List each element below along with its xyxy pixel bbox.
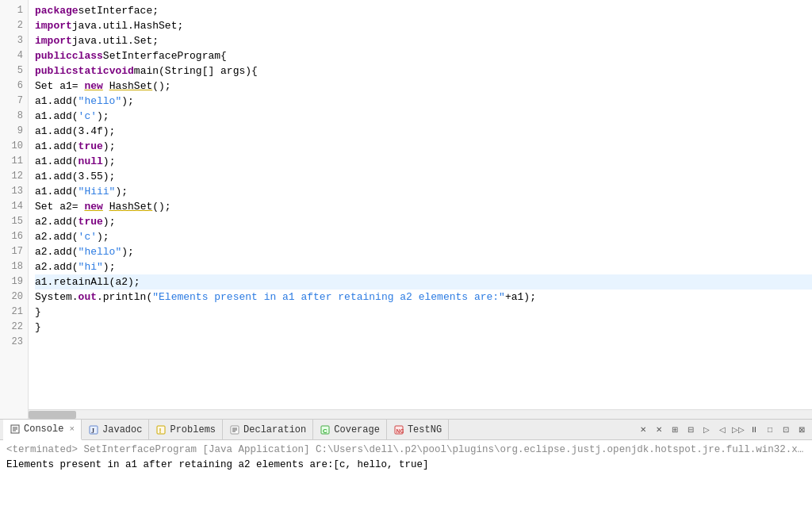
code-content: package setInterface;import java.util.Ha… (29, 0, 812, 419)
code-line-15: a2.add(true); (35, 214, 812, 229)
javadoc-tab-label: Javadoc (102, 424, 142, 435)
code-line-9: a1.add(3.4f); (35, 124, 812, 139)
code-line-14: Set a2= new HashSet(); (35, 199, 812, 214)
line-number-4: 4 (0, 48, 28, 63)
line-number-10: 10 (0, 139, 28, 154)
console-tab-icon (10, 424, 21, 435)
line-number-20: 20 (0, 290, 28, 305)
tab-coverage[interactable]: CCoverage (313, 420, 387, 440)
line-number-7: 7 (0, 94, 28, 109)
toolbar-btn-10[interactable]: ⊠ (795, 423, 809, 437)
code-line-6: Set a1= new HashSet(); (35, 79, 812, 94)
line-number-21: 21 (0, 305, 28, 320)
code-line-23 (35, 335, 812, 350)
console-tab-label: Console (24, 424, 63, 435)
tab-javadoc[interactable]: JJavadoc (82, 420, 149, 440)
line-number-13: 13 (0, 184, 28, 199)
console-output-line: Elements present in a1 after retaining a… (6, 458, 806, 473)
tab-testng[interactable]: NGTestNG (387, 420, 449, 440)
horizontal-scrollbar[interactable] (29, 409, 812, 419)
code-line-11: a1.add(null); (35, 154, 812, 169)
toolbar-btn-6[interactable]: ▷▷ (731, 423, 745, 437)
line-number-23: 23 (0, 335, 28, 350)
toolbar-btn-3[interactable]: ⊟ (684, 423, 698, 437)
code-line-4: public class SetInterfaceProgram { (35, 48, 812, 63)
toolbar-btn-9[interactable]: ⊡ (779, 423, 793, 437)
toolbar-btn-8[interactable]: □ (763, 423, 777, 437)
tab-bar: Console×JJavadoc!ProblemsDeclarationCCov… (0, 420, 812, 440)
tab-problems[interactable]: !Problems (149, 420, 223, 440)
toolbar-btn-1[interactable]: ✕ (652, 423, 666, 437)
line-number-12: 12 (0, 169, 28, 184)
declaration-tab-icon (229, 424, 240, 435)
bottom-panel: Console×JJavadoc!ProblemsDeclarationCCov… (0, 419, 812, 510)
testng-tab-icon: NG (393, 424, 404, 435)
declaration-tab-label: Declaration (243, 424, 306, 435)
svg-text:!: ! (159, 427, 162, 435)
line-number-3: 3 (0, 33, 28, 48)
svg-text:J: J (91, 428, 94, 435)
line-number-18: 18 (0, 259, 28, 274)
code-line-8: a1.add('c'); (35, 109, 812, 124)
code-line-21: } (35, 305, 812, 320)
toolbar-btn-4[interactable]: ▷ (699, 423, 714, 437)
tab-console[interactable]: Console× (3, 420, 82, 440)
line-number-11: 11 (0, 154, 28, 169)
toolbar-btn-5[interactable]: ◁ (715, 423, 730, 437)
line-number-9: 9 (0, 124, 28, 139)
code-line-19: a1.retainAll(a2); (35, 274, 812, 290)
toolbar-btn-0[interactable]: ✕ (636, 423, 650, 437)
code-line-2: import java.util.HashSet; (35, 18, 812, 33)
line-number-8: 8 (0, 109, 28, 124)
testng-tab-label: TestNG (408, 424, 442, 435)
line-number-17: 17 (0, 244, 28, 259)
svg-text:NG: NG (396, 428, 404, 434)
problems-tab-icon: ! (155, 424, 167, 435)
toolbar-btn-2[interactable]: ⊞ (668, 423, 682, 437)
console-terminated-line: <terminated> SetInterfaceProgram [Java A… (6, 443, 806, 458)
line-number-6: 6 (0, 79, 28, 94)
line-number-14: 14 (0, 199, 28, 214)
code-line-12: a1.add(3.55); (35, 169, 812, 184)
line-number-22: 22 (0, 320, 28, 335)
code-line-3: import java.util.Set; (35, 33, 812, 48)
line-number-5: 5 (0, 63, 28, 79)
line-number-16: 16 (0, 229, 28, 244)
console-output: <terminated> SetInterfaceProgram [Java A… (0, 440, 812, 510)
javadoc-tab-icon: J (88, 424, 99, 435)
line-number-19: 19 (0, 274, 28, 290)
code-line-22: } (35, 320, 812, 335)
line-numbers: 1234567891011121314151617181920212223 (0, 0, 29, 419)
toolbar-right: ✕✕⊞⊟▷◁▷▷⏸□⊡⊠ (636, 423, 809, 437)
svg-text:C: C (323, 428, 327, 435)
toolbar-btn-7[interactable]: ⏸ (747, 423, 761, 437)
code-line-10: a1.add(true); (35, 139, 812, 154)
code-line-20: System.out.println("Elements present in … (35, 290, 812, 305)
code-editor: 1234567891011121314151617181920212223 pa… (0, 0, 812, 419)
line-number-15: 15 (0, 214, 28, 229)
problems-tab-label: Problems (170, 424, 216, 435)
code-line-17: a2.add("hello"); (35, 244, 812, 259)
code-line-16: a2.add('c'); (35, 229, 812, 244)
line-number-1: 1 (0, 3, 28, 18)
code-line-13: a1.add("Hiii"); (35, 184, 812, 199)
coverage-tab-label: Coverage (334, 424, 380, 435)
console-tab-close[interactable]: × (69, 424, 75, 434)
coverage-tab-icon: C (320, 424, 331, 435)
tab-declaration[interactable]: Declaration (223, 420, 313, 440)
line-number-2: 2 (0, 18, 28, 33)
code-line-18: a2.add("hi"); (35, 259, 812, 274)
code-line-7: a1.add("hello"); (35, 94, 812, 109)
code-line-1: package setInterface; (35, 3, 812, 18)
code-line-5: public static void main(String[] args) { (35, 63, 812, 79)
